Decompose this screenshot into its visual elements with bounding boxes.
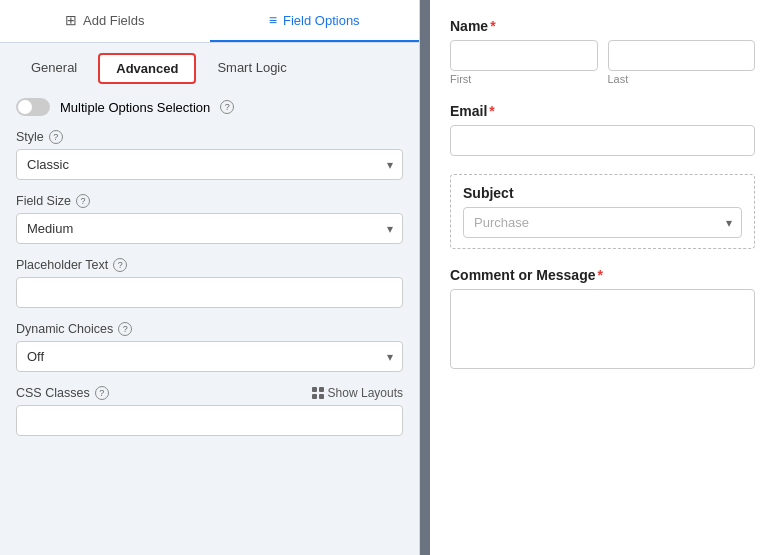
- dynamic-choices-select[interactable]: Off Post Type Taxonomy: [16, 341, 403, 372]
- multiple-options-row: Multiple Options Selection ?: [16, 98, 403, 116]
- style-select[interactable]: Classic Modern Compact: [16, 149, 403, 180]
- right-panel: Name* First Last Email* Subject Purchase: [430, 0, 775, 555]
- show-layouts-icon: [312, 387, 324, 399]
- style-row: Style ? Classic Modern Compact ▾: [16, 130, 403, 180]
- name-field-group: Name* First Last: [450, 18, 755, 85]
- multiple-options-toggle[interactable]: [16, 98, 50, 116]
- show-layouts-button[interactable]: Show Layouts: [312, 386, 403, 400]
- form-area: Multiple Options Selection ? Style ? Cla…: [0, 84, 419, 450]
- field-size-select-wrapper: Small Medium Large ▾: [16, 213, 403, 244]
- last-name-sub-label: Last: [608, 73, 756, 85]
- css-classes-input[interactable]: [16, 405, 403, 436]
- field-size-help-icon[interactable]: ?: [76, 194, 90, 208]
- dynamic-choices-label: Dynamic Choices: [16, 322, 113, 336]
- add-fields-label: Add Fields: [83, 13, 144, 28]
- email-input[interactable]: [450, 125, 755, 156]
- dynamic-choices-help-icon[interactable]: ?: [118, 322, 132, 336]
- sub-tabs: General Advanced Smart Logic: [0, 43, 419, 84]
- panel-divider: [420, 0, 430, 555]
- css-classes-help-icon[interactable]: ?: [95, 386, 109, 400]
- subject-select-wrapper: Purchase Support Other ▾: [463, 207, 742, 238]
- name-field-label: Name*: [450, 18, 755, 34]
- top-tabs: ⊞ Add Fields ≡ Field Options: [0, 0, 419, 43]
- css-classes-row: CSS Classes ? Show Layouts: [16, 386, 403, 436]
- field-options-label: Field Options: [283, 13, 360, 28]
- tab-add-fields[interactable]: ⊞ Add Fields: [0, 0, 210, 42]
- email-field-label: Email*: [450, 103, 755, 119]
- style-select-wrapper: Classic Modern Compact ▾: [16, 149, 403, 180]
- subtab-general[interactable]: General: [14, 53, 94, 84]
- last-name-input[interactable]: [608, 40, 756, 71]
- email-field-group: Email*: [450, 103, 755, 156]
- placeholder-label: Placeholder Text: [16, 258, 108, 272]
- tab-field-options[interactable]: ≡ Field Options: [210, 0, 420, 42]
- first-name-sub-label: First: [450, 73, 598, 85]
- dynamic-choices-select-wrapper: Off Post Type Taxonomy ▾: [16, 341, 403, 372]
- css-classes-label: CSS Classes: [16, 386, 90, 400]
- placeholder-help-icon[interactable]: ?: [113, 258, 127, 272]
- placeholder-row: Placeholder Text ?: [16, 258, 403, 308]
- subject-field-group: Subject Purchase Support Other ▾: [450, 174, 755, 249]
- field-options-icon: ≡: [269, 12, 277, 28]
- first-name-wrap: First: [450, 40, 598, 85]
- subject-field-label: Subject: [463, 185, 742, 201]
- left-panel: ⊞ Add Fields ≡ Field Options General Adv…: [0, 0, 420, 555]
- message-field-group: Comment or Message*: [450, 267, 755, 369]
- multiple-options-label: Multiple Options Selection: [60, 100, 210, 115]
- field-size-row: Field Size ? Small Medium Large ▾: [16, 194, 403, 244]
- show-layouts-label: Show Layouts: [328, 386, 403, 400]
- field-size-select[interactable]: Small Medium Large: [16, 213, 403, 244]
- field-size-label: Field Size: [16, 194, 71, 208]
- subtab-smart-logic[interactable]: Smart Logic: [200, 53, 303, 84]
- dynamic-choices-row: Dynamic Choices ? Off Post Type Taxonomy…: [16, 322, 403, 372]
- message-field-label: Comment or Message*: [450, 267, 755, 283]
- last-name-wrap: Last: [608, 40, 756, 85]
- placeholder-input[interactable]: [16, 277, 403, 308]
- style-help-icon[interactable]: ?: [49, 130, 63, 144]
- name-fields-row: First Last: [450, 40, 755, 85]
- subtab-advanced[interactable]: Advanced: [98, 53, 196, 84]
- subject-select[interactable]: Purchase Support Other: [463, 207, 742, 238]
- add-fields-icon: ⊞: [65, 12, 77, 28]
- first-name-input[interactable]: [450, 40, 598, 71]
- message-textarea[interactable]: [450, 289, 755, 369]
- multiple-options-help-icon[interactable]: ?: [220, 100, 234, 114]
- style-label: Style: [16, 130, 44, 144]
